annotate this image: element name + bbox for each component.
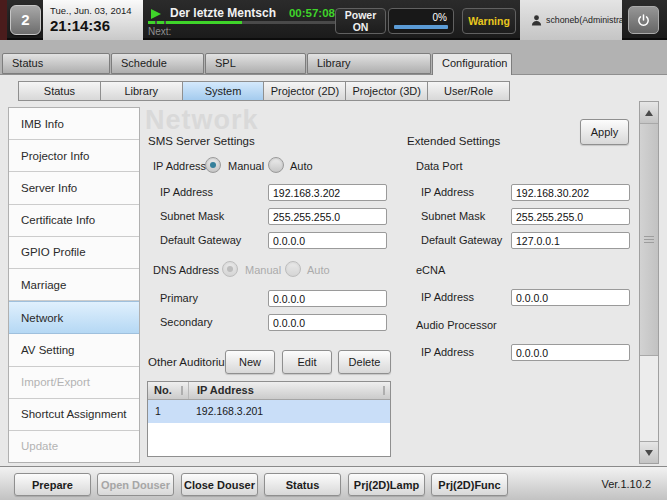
column-resize-grip: [383, 386, 385, 395]
sidebar-item-server-info[interactable]: Server Info: [9, 172, 139, 204]
current-time: 21:14:36: [50, 17, 143, 34]
dns-auto-radio-label: Auto: [307, 264, 330, 276]
auditorium-table-row[interactable]: 1 192.168.3.201: [148, 400, 390, 423]
audio-ip-label: IP Address: [421, 346, 474, 358]
sms-gateway-label: Default Gateway: [160, 234, 241, 246]
scroll-up-icon: [645, 110, 653, 116]
scrollbar-track[interactable]: [640, 356, 658, 441]
row-ip-cell: 192.168.3.201: [188, 400, 390, 423]
sidebar-item-imb-info[interactable]: IMB Info: [9, 108, 139, 140]
dataport-gateway-input[interactable]: [511, 232, 630, 249]
tab-library[interactable]: Library: [307, 53, 431, 74]
sms-section-label: SMS Server Settings: [148, 135, 255, 147]
dns-primary-input[interactable]: [268, 290, 387, 307]
playback-progress-bar: [148, 21, 336, 24]
shutdown-button[interactable]: [628, 6, 659, 34]
scrollbar-thumb[interactable]: [640, 124, 658, 356]
subtab-system[interactable]: System: [183, 82, 265, 100]
auditorium-delete-button[interactable]: Delete: [338, 350, 391, 374]
sidebar-item-import-export: Import/Export: [9, 367, 139, 399]
current-date: Tue., Jun. 03, 2014: [50, 5, 143, 16]
top-header-bar: 2 Tue., Jun. 03, 2014 21:14:36 Der letzt…: [0, 0, 667, 40]
auditorium-new-button[interactable]: New: [225, 350, 275, 374]
sms-manual-radio[interactable]: [205, 157, 221, 173]
sms-gateway-input[interactable]: [268, 232, 387, 249]
prj-2d-lamp-button[interactable]: Prj(2D)Lamp: [348, 473, 425, 496]
auditorium-table-header: No. IP Address: [148, 382, 390, 400]
subtab-library[interactable]: Library: [101, 82, 183, 100]
page-title: Network: [145, 105, 259, 136]
warning-button[interactable]: Warning: [462, 8, 516, 34]
sidebar-item-shortcut-assignment[interactable]: Shortcut Assignment: [9, 399, 139, 431]
sms-ip-label: IP Address: [160, 186, 213, 198]
subtab-user-role[interactable]: User/Role: [428, 82, 509, 100]
scrollbar-grip-icon: [644, 239, 654, 240]
prepare-button[interactable]: Prepare: [14, 473, 91, 496]
sms-subnet-label: Subnet Mask: [160, 210, 224, 222]
row-no-cell: 1: [148, 400, 188, 423]
tab-spl[interactable]: SPL: [205, 53, 306, 74]
dns-auto-radio: [285, 261, 301, 277]
sms-auto-radio[interactable]: [268, 157, 284, 173]
sidebar-item-projector-info[interactable]: Projector Info: [9, 140, 139, 172]
tab-schedule[interactable]: Schedule: [111, 53, 204, 74]
dataport-gateway-label: Default Gateway: [421, 234, 502, 246]
footer-bar: Prepare Open Douser Close Douser Status …: [0, 466, 667, 500]
ingest-progress-value: 0%: [433, 12, 447, 23]
dataport-ip-input[interactable]: [511, 184, 630, 201]
audio-processor-label: Audio Processor: [416, 319, 497, 331]
dns-secondary-input[interactable]: [268, 314, 387, 331]
sms-ip-input[interactable]: [268, 184, 387, 201]
vertical-scrollbar: [639, 101, 659, 464]
subtab-projector-3d[interactable]: Projector (3D): [346, 82, 428, 100]
column-resize-grip: [181, 386, 183, 395]
subtab-projector-2d[interactable]: Projector (2D): [264, 82, 346, 100]
sidebar-item-av-setting[interactable]: AV Setting: [9, 334, 139, 366]
sms-auto-radio-label: Auto: [290, 160, 313, 172]
version-label: Ver.1.10.2: [601, 478, 651, 490]
power-icon: [636, 13, 651, 28]
other-auditorium-label: Other Auditorium: [148, 356, 234, 368]
remaining-time: 00:57:08: [250, 7, 335, 19]
playback-progress-fill: [148, 21, 242, 24]
tab-configuration[interactable]: Configuration: [432, 53, 512, 75]
dns-manual-radio-label: Manual: [245, 264, 281, 276]
sidebar-item-marriage[interactable]: Marriage: [9, 269, 139, 301]
ecna-ip-input[interactable]: [511, 289, 630, 306]
power-on-button[interactable]: Power ON: [335, 8, 386, 34]
sidebar-item-network[interactable]: Network: [9, 301, 139, 334]
dataport-subnet-input[interactable]: [511, 208, 630, 225]
subtab-status[interactable]: Status: [19, 82, 101, 100]
screen-edge-strip: [0, 0, 7, 40]
open-douser-button: Open Douser: [97, 473, 174, 496]
screen-number-button[interactable]: 2: [10, 5, 41, 35]
config-sub-tab-bar: Status Library System Projector (2D) Pro…: [18, 81, 510, 101]
dataport-subnet-label: Subnet Mask: [421, 210, 485, 222]
scroll-down-button[interactable]: [640, 441, 658, 463]
apply-button[interactable]: Apply: [580, 119, 629, 145]
sidebar-item-gpio-profile[interactable]: GPIO Profile: [9, 237, 139, 269]
sidebar-item-update: Update: [9, 431, 139, 462]
scroll-up-button[interactable]: [640, 102, 658, 124]
datetime-panel: Tue., Jun. 03, 2014 21:14:36: [43, 0, 143, 40]
tab-status[interactable]: Status: [2, 53, 110, 74]
auditorium-edit-button[interactable]: Edit: [282, 350, 332, 374]
ecna-ip-label: IP Address: [421, 291, 474, 303]
ingest-progress-fill: [394, 25, 448, 29]
auditorium-table: No. IP Address 1 192.168.3.201: [147, 381, 391, 457]
sms-ip-mode-label: IP Address: [153, 160, 206, 172]
scroll-down-icon: [645, 450, 653, 456]
close-douser-button[interactable]: Close Douser: [181, 473, 258, 496]
ecna-label: eCNA: [416, 264, 445, 276]
audio-ip-input[interactable]: [511, 344, 630, 361]
sms-subnet-input[interactable]: [268, 208, 387, 225]
person-icon: [530, 14, 543, 27]
ingest-progress-box: 0%: [388, 8, 454, 34]
extended-section-label: Extended Settings: [407, 135, 500, 147]
prj-2d-func-button[interactable]: Prj(2D)Func: [431, 473, 508, 496]
status-button[interactable]: Status: [264, 473, 341, 496]
sidebar-item-certificate-info[interactable]: Certificate Info: [9, 205, 139, 237]
dataport-ip-label: IP Address: [421, 186, 474, 198]
user-panel: schoneb(Administra...: [520, 0, 622, 40]
data-port-label: Data Port: [416, 160, 462, 172]
